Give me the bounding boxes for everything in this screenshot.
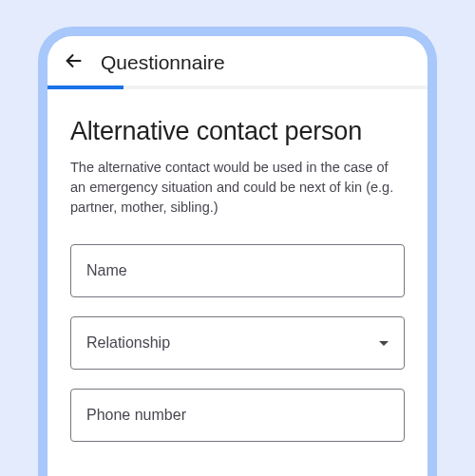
- back-button[interactable]: [63, 51, 86, 74]
- name-field-label: Name: [86, 262, 389, 279]
- content-area: Alternative contact person The alternati…: [48, 89, 428, 442]
- app-bar-title: Questionnaire: [101, 51, 225, 74]
- phone-field-label: Phone number: [86, 407, 389, 424]
- relationship-field-label: Relationship: [86, 334, 379, 352]
- relationship-field[interactable]: Relationship: [70, 316, 405, 370]
- device-frame: Questionnaire Alternative contact person…: [38, 27, 437, 476]
- svg-marker-1: [379, 341, 389, 346]
- progress-fill: [48, 86, 124, 89]
- phone-field[interactable]: Phone number: [70, 389, 405, 442]
- progress-bar: [48, 86, 428, 89]
- chevron-down-icon: [379, 341, 389, 346]
- arrow-left-icon: [64, 50, 85, 75]
- app-bar: Questionnaire: [48, 36, 428, 86]
- section-description: The alternative contact would be used in…: [70, 158, 405, 218]
- name-field[interactable]: Name: [70, 244, 405, 297]
- section-title: Alternative contact person: [70, 116, 405, 146]
